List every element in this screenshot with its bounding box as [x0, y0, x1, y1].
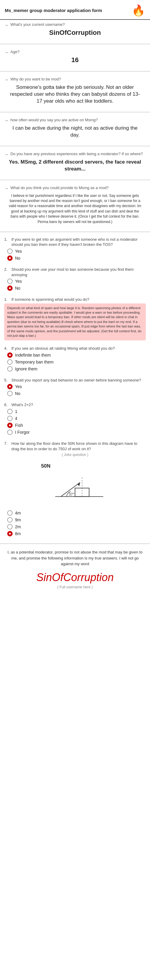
nq7-2m-radio[interactable]	[7, 524, 13, 530]
nq1-yes[interactable]: Yes	[7, 248, 146, 254]
nq2-options: Yes No	[4, 278, 146, 291]
q3-answer: Someone's gotta take the job seriously. …	[5, 84, 145, 105]
page-title: Ms_memer group moderator application for…	[5, 8, 102, 14]
nq3-long-answer: Depends on what kind of spam and how lar…	[4, 304, 146, 340]
nq1-no[interactable]: No	[7, 255, 146, 261]
nq6-fish-radio[interactable]	[7, 423, 13, 428]
q3-label: − Why do you want to be mod?	[5, 77, 145, 82]
section-experience: − Do you have any previous experiences w…	[0, 149, 150, 177]
nq6-options: 1 4 Fish I Forgor	[4, 409, 146, 435]
q1-answer: SinOfCorruption	[5, 29, 145, 37]
section-nq2: 2. Should you ever use your mod to ban s…	[0, 265, 150, 295]
nq7-4m[interactable]: 4m	[7, 510, 146, 515]
section-nq6: 6. What's 2+2? 1 4 Fish I Forgor	[0, 400, 150, 439]
nq6-iforgor[interactable]: I Forgor	[7, 430, 146, 435]
section-nq1: 1. If you were to get into an argument w…	[0, 235, 150, 265]
nq7-9m-radio[interactable]	[7, 517, 13, 523]
section-why-mod: − Why do you want to be mod? Someone's g…	[0, 75, 150, 109]
nq4-ignore-radio[interactable]	[7, 366, 13, 372]
signature-area: SinOfCorruption	[0, 571, 150, 584]
nq5-no-radio[interactable]	[7, 391, 13, 396]
nq5-options: Yes No	[4, 384, 146, 396]
q1-label: − What's your current username?	[5, 22, 145, 28]
force-diagram: 50N 37°	[36, 460, 114, 508]
nq4-indefinite-radio[interactable]	[7, 352, 13, 358]
nq6-1[interactable]: 1	[7, 409, 146, 414]
signature-sublabel: ( Full username here )	[0, 585, 150, 589]
nq4-ignore[interactable]: Ignore them	[7, 366, 146, 372]
q4-answer: I can be active during the night, not as…	[5, 125, 145, 139]
nq7-2m[interactable]: 2m	[7, 524, 146, 530]
nq6-1-radio[interactable]	[7, 409, 13, 414]
section-nq4: 4. If you see an obvious alt raiding Msm…	[0, 344, 150, 376]
fire-icon: 🔥	[132, 4, 145, 17]
nq6-4-radio[interactable]	[7, 416, 13, 421]
nq7-8m-radio[interactable]	[7, 531, 13, 536]
q4-label: − how often would you say you are active…	[5, 118, 145, 123]
q2-label: − Age?	[5, 49, 145, 55]
nq7-4m-radio[interactable]	[7, 510, 13, 515]
nq7-subtext: ( Joke question )	[4, 453, 146, 457]
section-nq5: 5. Should you report any bad behavior to…	[0, 376, 150, 401]
nq7-9m[interactable]: 9m	[7, 517, 146, 523]
nq5-no[interactable]: No	[7, 391, 146, 396]
nq6-4[interactable]: 4	[7, 416, 146, 421]
q6-answer: I believe in fair punishment regardless …	[5, 192, 145, 228]
section-active: − how often would you say you are active…	[0, 115, 150, 143]
promise-text: I, as a potential moderator, promise to …	[0, 547, 150, 567]
nq4-indefinite[interactable]: Indefinite ban them	[7, 352, 146, 358]
nq5-yes-radio[interactable]	[7, 384, 13, 389]
nq4-temporary[interactable]: Temporary ban them	[7, 359, 146, 365]
section-nq7: 7. How far along the floor does the 50N …	[0, 439, 150, 541]
q6-label: − What do you think you could provide to…	[5, 186, 145, 191]
q5-label: − Do you have any previous experiences w…	[5, 151, 145, 157]
nq1-no-radio[interactable]	[7, 255, 13, 261]
section-nq3: 1. If someone is spamming what would you…	[0, 295, 150, 344]
section-provide: − What do you think you could provide to…	[0, 183, 150, 229]
nq4-options: Indefinite ban them Temporary ban them I…	[4, 352, 146, 372]
nq1-options: Yes No	[4, 248, 146, 261]
q2-answer: 16	[5, 56, 145, 64]
nq5-yes[interactable]: Yes	[7, 384, 146, 389]
svg-text:37°: 37°	[69, 492, 74, 496]
section-username: − What's your current username? SinOfCor…	[0, 20, 150, 41]
nq7-8m[interactable]: 8m	[7, 531, 146, 536]
page-header: Ms_memer group moderator application for…	[0, 0, 150, 20]
nq1-yes-radio[interactable]	[7, 248, 13, 254]
section-age: − Age? 16	[0, 47, 150, 68]
nq6-iforgor-radio[interactable]	[7, 430, 13, 435]
nq2-no[interactable]: No	[7, 285, 146, 291]
diagram-container: 50N 37°	[4, 460, 146, 508]
nq4-temporary-radio[interactable]	[7, 359, 13, 365]
nq6-fish[interactable]: Fish	[7, 423, 146, 428]
q5-answer: Yes. MSmg, 2 different discord servers, …	[5, 159, 145, 173]
nq2-no-radio[interactable]	[7, 285, 13, 291]
nq2-yes[interactable]: Yes	[7, 278, 146, 284]
signature: SinOfCorruption	[0, 571, 150, 584]
nq7-options: 4m 9m 2m 8m	[4, 510, 146, 536]
svg-marker-4	[77, 482, 80, 486]
nq2-yes-radio[interactable]	[7, 278, 13, 284]
svg-text:50N: 50N	[41, 463, 50, 469]
